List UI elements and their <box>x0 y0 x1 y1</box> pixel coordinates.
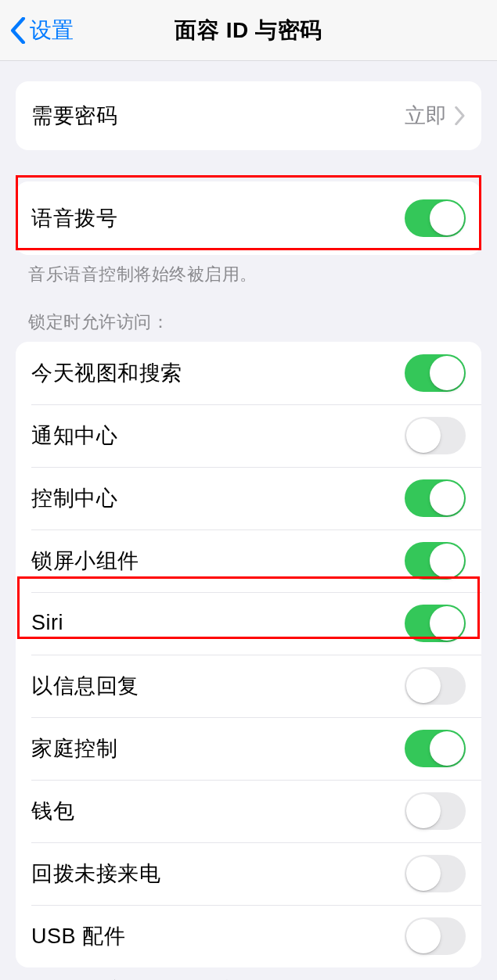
chevron-right-icon <box>455 106 466 125</box>
chevron-left-icon <box>9 17 27 44</box>
lock-access-toggle[interactable] <box>405 667 466 705</box>
lock-access-label: Siri <box>31 611 63 635</box>
lock-access-row: USB 配件 <box>16 905 481 967</box>
lock-access-row: 回拨未接来电 <box>16 842 481 905</box>
require-passcode-value: 立即 <box>405 102 447 130</box>
lock-access-row: 锁屏小组件 <box>16 529 481 592</box>
usb-accessory-note: iPhone 锁定超过一小时后，需先解锁 iPhone 才能允许 USB 配件连… <box>0 967 497 980</box>
lock-access-toggle[interactable] <box>405 417 466 454</box>
lock-access-label: 通知中心 <box>31 422 117 450</box>
lock-access-label: USB 配件 <box>31 922 125 950</box>
lock-access-header: 锁定时允许访问： <box>0 287 497 342</box>
lock-access-label: 锁屏小组件 <box>31 547 139 575</box>
back-label: 设置 <box>30 16 74 45</box>
back-button[interactable]: 设置 <box>9 16 74 45</box>
row-voice-dial: 语音拨号 <box>16 181 481 255</box>
navigation-bar: 设置 面容 ID 与密码 <box>0 0 497 61</box>
lock-access-label: 家庭控制 <box>31 734 117 763</box>
group-require-passcode: 需要密码 立即 <box>16 81 481 150</box>
lock-access-toggle[interactable] <box>405 730 466 767</box>
lock-access-row: 以信息回复 <box>16 655 481 717</box>
lock-access-row: Siri <box>16 592 481 655</box>
lock-access-toggle[interactable] <box>405 917 466 955</box>
lock-access-row: 通知中心 <box>16 404 481 467</box>
voice-dial-note: 音乐语音控制将始终被启用。 <box>0 255 497 287</box>
require-passcode-label: 需要密码 <box>31 102 117 130</box>
group-voice-dial: 语音拨号 <box>16 181 481 255</box>
lock-access-label: 以信息回复 <box>31 672 139 700</box>
lock-access-toggle[interactable] <box>405 479 466 517</box>
lock-access-toggle[interactable] <box>405 855 466 892</box>
voice-dial-toggle[interactable] <box>405 199 466 237</box>
lock-access-row: 控制中心 <box>16 467 481 529</box>
voice-dial-label: 语音拨号 <box>31 204 117 232</box>
lock-access-label: 回拨未接来电 <box>31 860 160 888</box>
lock-access-row: 钱包 <box>16 780 481 842</box>
lock-access-label: 控制中心 <box>31 484 117 512</box>
lock-access-toggle[interactable] <box>405 605 466 642</box>
page-title: 面容 ID 与密码 <box>0 16 497 45</box>
group-lock-access: 今天视图和搜索通知中心控制中心锁屏小组件Siri以信息回复家庭控制钱包回拨未接来… <box>16 342 481 967</box>
lock-access-toggle[interactable] <box>405 542 466 580</box>
lock-access-label: 钱包 <box>31 797 74 825</box>
lock-access-toggle[interactable] <box>405 792 466 830</box>
lock-access-toggle[interactable] <box>405 354 466 392</box>
row-require-passcode[interactable]: 需要密码 立即 <box>16 81 481 150</box>
lock-access-label: 今天视图和搜索 <box>31 359 182 387</box>
lock-access-row: 今天视图和搜索 <box>16 342 481 404</box>
lock-access-row: 家庭控制 <box>16 717 481 780</box>
